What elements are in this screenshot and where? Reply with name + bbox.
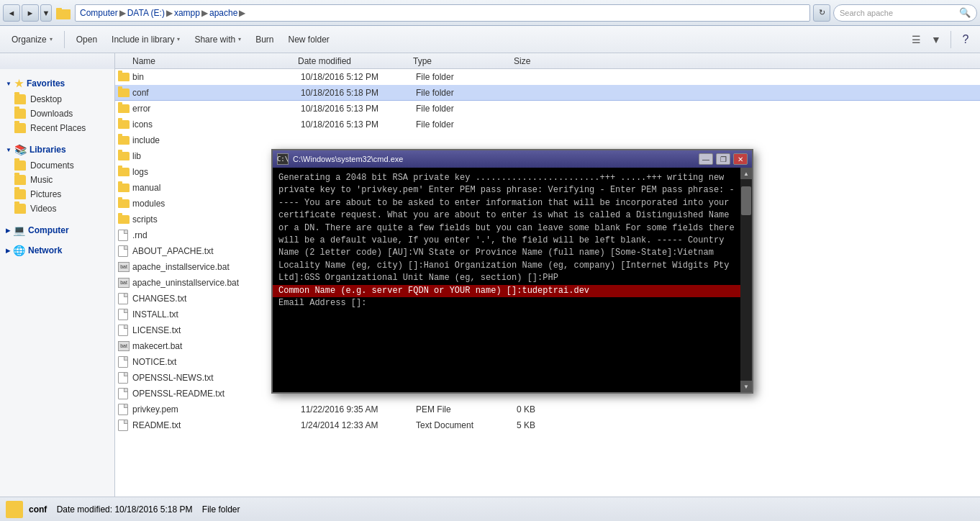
file-date-1: 10/18/2016 5:18 PM [301,88,416,98]
toolbar-right: ☰ ▼ ? [907,31,974,48]
col-size-header[interactable]: Size [514,56,571,66]
search-box[interactable]: Search apache 🔍 [833,4,977,22]
favorites-star-icon: ★ [14,78,24,89]
file-name-2: error [132,104,301,114]
favorites-triangle: ▼ [6,81,12,87]
file-type-0: File folder [416,72,517,82]
organize-button[interactable]: Organize ▾ [6,29,58,50]
sidebar-item-downloads[interactable]: Downloads [0,107,114,121]
column-headers: Name Date modified Type Size [115,53,980,69]
sidebar-item-recent[interactable]: Recent Places [0,121,114,135]
cmd-title-text: C:\Windows\system32\cmd.exe [293,155,403,163]
cmd-body: Generating a 2048 bit RSA private key ..… [273,168,752,392]
file-icon-22 [118,420,130,430]
address-path[interactable]: Computer ▶ DATA (E:) ▶ xampp ▶ apache ▶ [75,4,810,22]
new-folder-label: New folder [289,35,330,45]
file-icon-5 [118,151,130,161]
network-triangle: ▶ [6,248,10,254]
forward-button[interactable]: ► [22,4,39,22]
cmd-line-4: Enter PEM pass phrase: [429,185,543,195]
music-label: Music [30,175,53,185]
network-section[interactable]: ▶ 🌐 Network [0,242,114,259]
computer-section[interactable]: ▶ 💻 Computer [0,222,114,239]
computer-triangle: ▶ [6,227,10,234]
svg-rect-0 [56,9,71,19]
search-placeholder: Search apache [840,9,893,17]
path-computer[interactable]: Computer [80,8,118,18]
sidebar-item-music[interactable]: Music [0,173,114,187]
libraries-section[interactable]: ▼ 📚 Libraries [0,141,114,158]
file-item-22[interactable]: README.txt 1/24/2014 12:33 AM Text Docum… [115,417,980,433]
include-library-button[interactable]: Include in library ▾ [106,29,186,50]
include-label: Include in library [112,35,174,45]
cmd-window[interactable]: C:\ C:\Windows\system32\cmd.exe — ❐ ✕ Ge… [271,149,753,394]
view-details-button[interactable]: ☰ [907,31,925,48]
cmd-restore-button[interactable]: ❐ [716,153,730,165]
file-icon-20 [118,389,130,399]
col-name-header[interactable]: Name [118,56,298,66]
cmd-scroll-track[interactable] [740,179,752,381]
file-type-3: File folder [416,119,517,130]
path-data[interactable]: DATA (E:) [127,8,165,18]
desktop-folder-icon [14,94,26,104]
col-type-header[interactable]: Type [413,56,514,66]
path-xampp[interactable]: xampp [174,8,200,18]
libraries-label: Libraries [30,145,66,155]
file-item-4[interactable]: include [115,132,980,148]
file-item-2[interactable]: error 10/18/2016 5:13 PM File folder [115,101,980,117]
open-button[interactable]: Open [71,29,103,50]
cmd-line-15: State or Province Name (full name) [Some… [429,248,714,258]
sidebar-item-desktop[interactable]: Desktop [0,92,114,107]
file-type-21: PEM File [416,404,517,414]
back-button[interactable]: ◄ [3,4,20,22]
col-date-header[interactable]: Date modified [298,56,413,66]
file-icon-8 [118,199,130,209]
address-bar: ◄ ► ▼ Computer ▶ DATA (E:) ▶ xampp ▶ apa… [0,0,980,26]
file-icon-17: bat [118,341,130,351]
file-type-1: File folder [416,88,517,98]
network-label: Network [28,245,62,255]
cmd-scrollbar[interactable]: ▲ ▼ [740,168,752,392]
favorites-section[interactable]: ▼ ★ Favorites [0,75,114,92]
videos-label: Videos [30,204,56,214]
file-icon-19 [118,373,130,383]
cmd-scroll-down[interactable]: ▼ [740,381,752,392]
file-icon-16 [118,325,130,335]
view-options-button[interactable]: ▼ [927,31,945,48]
cmd-close-button[interactable]: ✕ [733,153,748,165]
videos-folder-icon [14,204,26,214]
status-name: conf Date modified: 10/18/2016 5:18 PM F… [29,504,240,515]
file-item-0[interactable]: bin 10/18/2016 5:12 PM File folder [115,69,980,85]
file-date-0: 10/18/2016 5:12 PM [301,72,416,82]
organize-label: Organize [12,35,47,45]
file-icon-11 [118,246,130,256]
file-icon-21 [118,404,130,414]
sidebar-item-videos[interactable]: Videos [0,201,114,216]
file-item-21[interactable]: privkey.pem 11/22/2016 9:35 AM PEM File … [115,402,980,417]
file-icon-3 [118,119,130,130]
cmd-scroll-up[interactable]: ▲ [740,168,752,179]
cmd-minimize-button[interactable]: — [699,153,713,165]
file-icon-9 [118,214,130,225]
sidebar-item-pictures[interactable]: Pictures [0,187,114,201]
open-label: Open [76,35,97,45]
file-date-22: 1/24/2014 12:33 AM [301,420,416,430]
status-bar: conf Date modified: 10/18/2016 5:18 PM F… [0,497,980,521]
computer-icon: 💻 [13,225,25,236]
share-with-button[interactable]: Share with ▾ [189,29,247,50]
file-item-3[interactable]: icons 10/18/2016 5:13 PM File folder [115,117,980,132]
help-button[interactable]: ? [957,31,974,48]
file-name-1: conf [132,88,301,98]
path-apache[interactable]: apache [209,8,237,18]
file-item-1[interactable]: conf 10/18/2016 5:18 PM File folder [115,85,980,101]
refresh-button[interactable]: ↻ [813,4,830,22]
recent-label: Recent Places [30,123,86,133]
favorites-label: Favorites [27,78,65,89]
status-detail2: File folder [202,504,240,515]
file-date-3: 10/18/2016 5:13 PM [301,119,416,130]
burn-button[interactable]: Burn [250,29,279,50]
new-folder-button[interactable]: New folder [283,29,335,50]
sidebar-item-documents[interactable]: Documents [0,158,114,173]
dropdown-button[interactable]: ▼ [40,4,52,22]
file-type-2: File folder [416,104,517,114]
